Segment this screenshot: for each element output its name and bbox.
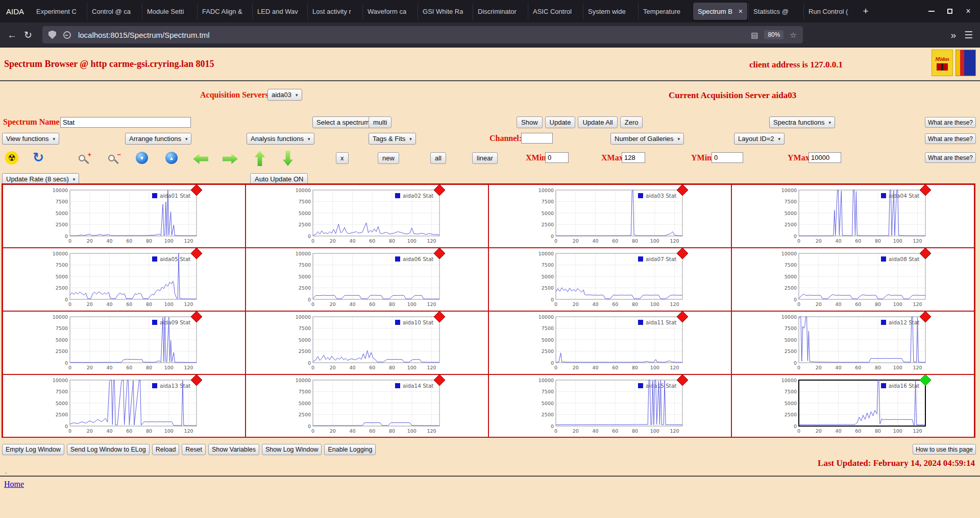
all-button[interactable]: all — [430, 152, 446, 164]
footer-button-reset[interactable]: Reset — [182, 444, 206, 455]
multi-button[interactable]: multi — [369, 116, 391, 128]
status-diamond-icon[interactable] — [191, 374, 202, 386]
analysis-functions-dropdown[interactable]: Analysis functions ▾ — [247, 133, 314, 145]
what-are-these-button[interactable]: What are these? — [925, 117, 976, 128]
footer-button-reload[interactable]: Reload — [152, 444, 180, 455]
linear-button[interactable]: linear — [472, 152, 498, 164]
status-diamond-icon[interactable] — [920, 374, 931, 386]
browser-tab[interactable]: Statistics @ — [748, 3, 802, 20]
url-bar[interactable]: localhost:8015/Spectrum/Spectrum.tml ▤ 8… — [42, 26, 803, 43]
new-button[interactable]: new — [378, 152, 399, 164]
y-scale-down-icon[interactable]: ▼ — [136, 152, 148, 164]
what-are-these-button[interactable]: What are these? — [925, 152, 976, 163]
spectrum-cell[interactable]: aida12 Stat02500500075001000002040608010… — [731, 311, 974, 374]
reload-button[interactable]: ↻ — [24, 30, 32, 40]
spectrum-cell[interactable]: aida05 Stat02500500075001000002040608010… — [3, 248, 246, 311]
status-diamond-icon[interactable] — [920, 248, 931, 259]
status-diamond-icon[interactable] — [434, 311, 445, 322]
spectrum-cell[interactable]: aida06 Stat02500500075001000002040608010… — [246, 248, 488, 311]
status-diamond-icon[interactable] — [434, 374, 445, 386]
spectrum-cell[interactable]: aida16 Stat02500500075001000002040608010… — [731, 374, 974, 438]
status-diamond-icon[interactable] — [434, 184, 445, 196]
pan-down-icon[interactable] — [283, 151, 293, 166]
browser-tab[interactable]: Temperature — [638, 3, 692, 20]
xmin-input[interactable] — [545, 152, 569, 163]
spectrum-name-input[interactable] — [60, 117, 191, 128]
status-diamond-icon[interactable] — [191, 184, 202, 196]
ymax-input[interactable] — [808, 152, 841, 163]
browser-tab[interactable]: System wide — [583, 3, 637, 20]
tab-close-icon[interactable]: × — [736, 7, 743, 15]
spectrum-cell[interactable]: aida09 Stat02500500075001000002040608010… — [3, 311, 246, 374]
new-tab-button[interactable]: + — [858, 4, 873, 19]
footer-button-empty-log-window[interactable]: Empty Log Window — [2, 444, 64, 455]
arrange-functions-dropdown[interactable]: Arrange functions ▾ — [125, 133, 191, 145]
hazard-icon[interactable]: ☢ — [5, 151, 18, 164]
browser-tab[interactable]: GSI White Ra — [418, 3, 472, 20]
status-diamond-icon[interactable] — [920, 311, 931, 322]
action-button-update[interactable]: Update — [545, 116, 576, 128]
spectrum-cell[interactable]: aida07 Stat02500500075001000002040608010… — [488, 248, 731, 311]
site-info-icon[interactable] — [63, 31, 71, 39]
acquisition-server-select[interactable]: aida03 ▾ — [267, 89, 302, 101]
status-diamond-icon[interactable] — [434, 248, 445, 259]
back-button[interactable]: ← — [7, 30, 17, 40]
spectrum-cell[interactable]: aida03 Stat02500500075001000002040608010… — [488, 184, 731, 248]
maximize-button[interactable] — [946, 8, 953, 15]
x-button[interactable]: x — [336, 152, 349, 164]
y-scale-up-icon[interactable]: ▲ — [165, 152, 178, 164]
spectrum-cell[interactable]: aida10 Stat02500500075001000002040608010… — [246, 311, 488, 374]
facility-logo[interactable] — [955, 50, 976, 76]
what-are-these-button[interactable]: What are these? — [925, 133, 976, 144]
view-functions-dropdown[interactable]: View functions ▾ — [2, 133, 59, 145]
status-diamond-icon[interactable] — [920, 184, 931, 196]
status-diamond-icon[interactable] — [677, 311, 688, 322]
pan-up-icon[interactable] — [255, 151, 265, 166]
action-button-zero[interactable]: Zero — [620, 116, 643, 128]
spectrum-cell[interactable]: aida11 Stat02500500075001000002040608010… — [488, 311, 731, 374]
refresh-icon[interactable]: ↻ — [33, 150, 44, 165]
browser-tab[interactable]: Waveform ca — [362, 3, 416, 20]
midas-logo[interactable]: Midas — [932, 50, 953, 76]
browser-tab[interactable]: Run Control ( — [803, 3, 857, 20]
footer-button-show-variables[interactable]: Show Variables — [208, 444, 259, 455]
tags-fits-dropdown[interactable]: Tags & Fits ▾ — [369, 133, 416, 145]
status-diamond-icon[interactable] — [191, 311, 202, 322]
bookmark-star-icon[interactable]: ☆ — [790, 31, 796, 39]
status-diamond-icon[interactable] — [677, 184, 688, 196]
reader-mode-icon[interactable]: ▤ — [751, 31, 758, 39]
status-diamond-icon[interactable] — [677, 248, 688, 259]
browser-tab[interactable]: ASIC Control — [528, 3, 582, 20]
spectrum-cell[interactable]: aida15 Stat02500500075001000002040608010… — [488, 374, 731, 438]
spectrum-cell[interactable]: aida08 Stat02500500075001000002040608010… — [731, 248, 974, 311]
pan-left-icon[interactable] — [193, 154, 208, 164]
spectrum-cell[interactable]: aida13 Stat02500500075001000002040608010… — [3, 374, 246, 438]
layout-id-dropdown[interactable]: Layout ID=2 ▾ — [734, 133, 785, 145]
close-window-button[interactable]: × — [965, 8, 972, 15]
overflow-chevron-icon[interactable]: » — [950, 30, 956, 40]
status-diamond-icon[interactable] — [677, 374, 688, 386]
action-button-show[interactable]: Show — [517, 116, 543, 128]
browser-tab[interactable]: Discriminator — [473, 3, 527, 20]
zoom-out-icon[interactable]: − — [107, 153, 120, 166]
browser-tab[interactable]: LED and Wav — [252, 3, 306, 20]
status-diamond-icon[interactable] — [191, 248, 202, 259]
how-to-use-button[interactable]: How to use this page — [913, 444, 976, 455]
footer-button-enable-logging[interactable]: Enable Logging — [324, 444, 376, 455]
shield-icon[interactable] — [48, 31, 56, 39]
zoom-in-icon[interactable]: + — [78, 153, 91, 166]
browser-tab[interactable]: Experiment C — [32, 3, 86, 20]
zoom-indicator[interactable]: 80% — [764, 30, 783, 39]
spectrum-cell[interactable]: aida04 Stat02500500075001000002040608010… — [731, 184, 974, 248]
spectrum-cell[interactable]: aida14 Stat02500500075001000002040608010… — [246, 374, 488, 438]
ymin-input[interactable] — [712, 152, 743, 163]
browser-tab[interactable]: Lost activity r — [307, 3, 361, 20]
menu-hamburger-icon[interactable]: ☰ — [964, 30, 973, 40]
galleries-dropdown[interactable]: Number of Galleries ▾ — [610, 133, 684, 145]
browser-tab[interactable]: Spectrum B× — [693, 3, 747, 20]
action-button-update-all[interactable]: Update All — [578, 116, 617, 128]
spectra-functions-dropdown[interactable]: Spectra functions ▾ — [769, 116, 835, 128]
browser-tab[interactable]: FADC Align & — [197, 3, 251, 20]
footer-button-send-log-window-to-elog[interactable]: Send Log Window to ELog — [67, 444, 150, 455]
footer-button-show-log-window[interactable]: Show Log Window — [262, 444, 322, 455]
